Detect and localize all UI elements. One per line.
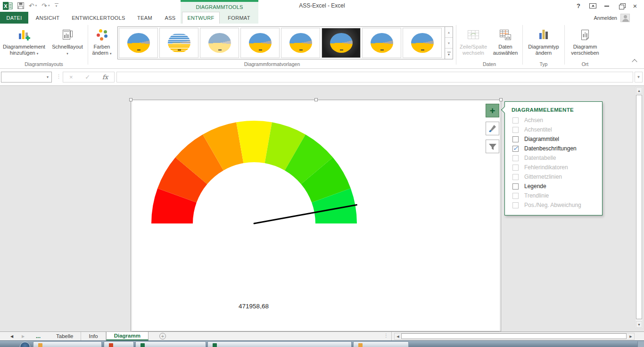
scroll-down-button[interactable]: ▼ — [636, 321, 642, 328]
select-data-icon — [499, 27, 512, 43]
chart-elements-plus-button[interactable]: + — [486, 104, 499, 117]
chart-object[interactable]: 471958,68 — [131, 99, 501, 331]
enter-button: ✓ — [85, 74, 90, 81]
gallery-scroll-up-button[interactable]: ▲ — [445, 27, 453, 38]
taskbar-button-3[interactable] — [135, 341, 206, 347]
data-label[interactable]: 471958,68 — [206, 303, 301, 310]
panel-item-achsen: Achsen — [505, 116, 602, 125]
chart-style-5[interactable] — [281, 28, 320, 58]
close-icon: × — [633, 1, 637, 11]
name-box-dropdown-icon[interactable]: ▾ — [47, 75, 49, 79]
taskbar-button-2[interactable] — [104, 341, 134, 347]
checkbox-diagrammtitel[interactable] — [512, 136, 519, 142]
minimize-button[interactable] — [600, 0, 614, 11]
chart-style-8[interactable] — [403, 28, 442, 58]
tab-entwurf-active[interactable]: ENTWURF — [182, 12, 220, 24]
chart-style-1[interactable] — [119, 28, 158, 58]
expand-formula-bar-button[interactable]: ▼ — [635, 72, 643, 83]
tab-ansicht[interactable]: ANSICHT — [32, 12, 63, 24]
horizontal-scroll-thumb[interactable] — [401, 333, 627, 339]
color-dot — [99, 29, 102, 33]
sign-in-link[interactable]: Anmelden — [594, 15, 617, 21]
panel-item-diagrammtitel[interactable]: Diagrammtitel — [505, 134, 602, 144]
app-icon — [213, 343, 217, 347]
new-sheet-button[interactable]: + — [159, 333, 166, 339]
insert-function-button[interactable]: fx — [102, 74, 108, 81]
chart-filters-button[interactable] — [486, 140, 499, 153]
add-chart-element-button[interactable]: Diagrammelement hinzufügen ▾ — [0, 25, 48, 57]
more-sheets-button[interactable]: ... — [36, 332, 41, 340]
gauge-svg — [131, 100, 502, 332]
chart-style-7[interactable] — [362, 28, 401, 58]
app-icon — [109, 343, 113, 347]
gallery-more-button[interactable]: ▼ — [445, 49, 453, 59]
tab-datei[interactable]: DATEI — [0, 12, 28, 24]
window-title: ASS-Excel - Excel — [299, 2, 345, 9]
save-button[interactable] — [17, 2, 24, 9]
sheet-nav-left-button[interactable]: ◀ — [10, 332, 13, 340]
collapse-ribbon-button[interactable] — [632, 59, 637, 64]
formula-input[interactable] — [116, 72, 633, 83]
checkbox-achsentitel — [512, 127, 519, 133]
help-button[interactable]: ? — [571, 0, 586, 11]
chart-resize-handle-top-right[interactable] — [499, 98, 503, 101]
panel-item-achsentitel: Achsentitel — [505, 125, 602, 134]
taskbar-button-4[interactable] — [207, 341, 352, 347]
checkbox-legende[interactable] — [512, 183, 519, 190]
tab-format[interactable]: FORMAT — [221, 12, 257, 24]
customize-qat-button[interactable]: ▾ — [55, 3, 58, 8]
ribbon-display-options-button[interactable] — [586, 0, 600, 11]
sheet-nav-right-button[interactable]: ▶ — [22, 332, 25, 340]
chart-resize-handle-top-center[interactable] — [314, 98, 318, 101]
taskbar-tray-corner[interactable] — [637, 341, 644, 347]
gallery-scroll-down-button[interactable]: ▼ — [445, 38, 453, 49]
chart-style-4[interactable] — [240, 28, 280, 58]
name-box[interactable]: ▾ — [1, 72, 52, 83]
panel-item-pos-neg-abweichung: Pos./Neg. Abweichung — [505, 200, 602, 210]
vertical-scrollbar[interactable]: ▲ ▼ — [635, 86, 643, 329]
start-button[interactable] — [20, 342, 30, 347]
tab-entwicklertools[interactable]: ENTWICKLERTOOLS — [66, 12, 131, 24]
panel-title: DIAGRAMMELEMENTE — [512, 107, 602, 113]
panel-item-datenbeschriftungen[interactable]: ✓ Datenbeschriftungen — [505, 144, 602, 153]
divider — [391, 332, 392, 340]
scrollbar-resize-grip[interactable]: ⋮ — [384, 333, 388, 338]
scroll-up-button[interactable]: ▲ — [636, 87, 642, 94]
sheet-tab-info[interactable]: Info — [81, 332, 106, 340]
checkbox-datenbeschriftungen-checked[interactable]: ✓ — [512, 146, 519, 152]
vertical-scroll-thumb[interactable] — [636, 95, 642, 319]
app-icon — [358, 343, 363, 347]
formula-bar-grip[interactable]: ⋮ — [56, 74, 61, 80]
taskbar-button-1[interactable] — [33, 341, 102, 347]
avatar-icon[interactable] — [620, 14, 630, 22]
restore-button[interactable] — [614, 0, 628, 11]
close-button[interactable]: × — [628, 0, 642, 11]
quick-layout-button[interactable]: Schnelllayout▾ — [48, 25, 87, 57]
sheet-tab-tabelle[interactable]: Tabelle — [49, 332, 81, 340]
chart-resize-handle-top-left[interactable] — [129, 98, 132, 101]
chart-style-2[interactable] — [159, 28, 198, 58]
windows-taskbar — [0, 340, 644, 347]
tab-ass[interactable]: ASS — [159, 12, 181, 24]
change-chart-type-button[interactable]: Diagrammtyp ändern — [523, 25, 564, 56]
panel-item-trendlinie: Trendlinie — [505, 191, 602, 200]
sheet-tab-bar: ◀ ▶ ... Tabelle Info Diagramm + ⋮ ◀ ▶ — [0, 331, 644, 340]
quick-layout-icon — [61, 27, 74, 43]
tab-team[interactable]: TEAM — [134, 12, 156, 24]
panel-item-legende[interactable]: Legende — [505, 182, 602, 191]
move-chart-icon — [578, 27, 592, 43]
chart-style-3[interactable] — [200, 28, 239, 58]
redo-button[interactable]: ↷▾ — [41, 1, 50, 10]
sheet-tab-diagramm-active[interactable]: Diagramm — [106, 332, 149, 340]
scroll-left-button[interactable]: ◀ — [395, 334, 401, 339]
taskbar-button-5[interactable] — [353, 341, 409, 347]
undo-button[interactable]: ↶▾ — [29, 1, 37, 10]
move-chart-button[interactable]: Diagramm verschieben — [565, 25, 605, 56]
chart-style-6[interactable] — [322, 28, 361, 58]
scroll-right-button[interactable]: ▶ — [628, 334, 634, 339]
change-colors-button[interactable]: Farben ändern ▾ — [88, 25, 116, 57]
ribbon-display-icon — [589, 3, 596, 8]
horizontal-scrollbar[interactable]: ◀ ▶ — [394, 333, 635, 340]
chart-styles-brush-button[interactable] — [486, 122, 499, 135]
select-data-button[interactable]: Daten auswählen — [489, 25, 521, 56]
